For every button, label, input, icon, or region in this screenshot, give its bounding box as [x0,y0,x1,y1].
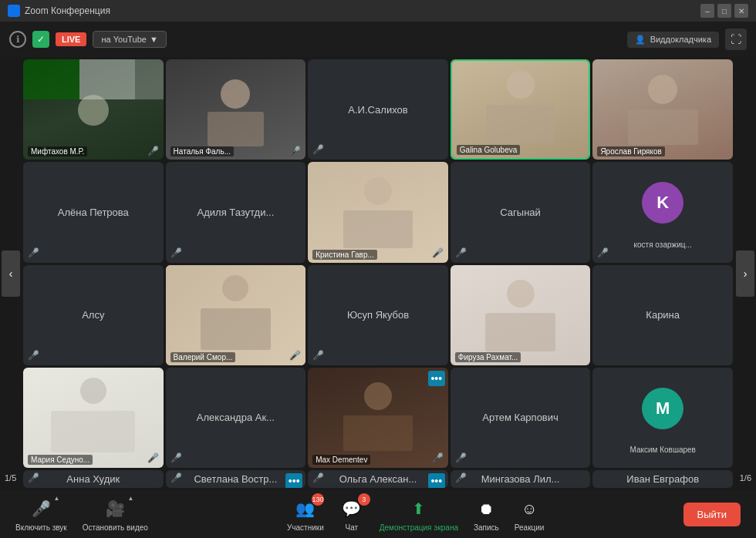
options-menu-button[interactable]: ••• [285,473,302,488]
participant-name: Адиля Тазутди... [194,203,278,221]
mute-icon: 🎤 [28,247,39,258]
participant-cell: А.И.Салихов 🎤 [308,59,448,160]
mute-icon: 🎤 [147,452,159,463]
shield-icon: ✓ [32,31,49,48]
maximize-button[interactable]: □ [717,4,731,18]
participant-name: А.И.Салихов [345,101,410,119]
mute-icon: 🎤 [455,452,467,463]
fullscreen-button[interactable]: ⛶ [725,29,747,50]
participant-name: Мария Седуно... [28,455,93,465]
participant-cell: Юсуп Якубов 🎤 [308,265,448,365]
chevron-up-icon: ▲ [53,495,59,502]
info-icon[interactable]: ℹ [9,31,26,48]
participant-cell: Адиля Тазутди... 🎤 [166,162,306,262]
prev-page-arrow[interactable]: ‹ [2,251,20,297]
exit-button[interactable]: Выйти [683,503,741,526]
participant-cell: Анна Худик 🎤 [23,470,164,488]
mute-button[interactable]: 🎤 ▲ Включить звук [15,496,67,532]
participant-name: Максим Ковшарев [592,446,733,454]
video-button[interactable]: 🎥 ▲ Остановить видео [83,496,148,532]
participant-name: Сагынай [497,203,544,221]
options-menu-button[interactable]: ••• [428,473,445,488]
chat-badge: 3 [358,493,370,506]
reactions-button[interactable]: ☺ Реакции [515,496,545,532]
reactions-label: Реакции [515,523,545,532]
chat-icon: 💬 3 [339,496,364,521]
participant-cell: Артем Карпович 🎤 [451,368,591,468]
mute-icon: 🎤 [170,472,182,483]
participant-name: Анна Худик [63,470,123,488]
participant-name: Алсу [79,306,107,324]
participant-cell: M Максим Ковшарев [592,368,733,468]
participant-cell: Мингазова Лил... 🎤 [451,470,591,488]
participants-icon: 👥 130 [293,496,318,521]
mute-label: Включить звук [15,523,67,532]
participant-cell: Мифтахов М.Р. 🎤 [23,59,164,160]
participant-cell: Мария Седуно... 🎤 [23,368,164,468]
mute-icon: 🎤 [432,452,444,463]
participant-name: Александра Ак... [194,409,278,426]
video-icon: 🎥 ▲ [103,496,127,521]
minimize-button[interactable]: – [700,4,714,18]
share-screen-label: Демонстрация экрана [380,523,458,532]
record-button[interactable]: ⏺ Запись [474,496,499,532]
next-page-arrow[interactable]: › [736,251,754,297]
live-badge: LIVE [56,32,86,46]
chat-label: Чат [345,523,358,532]
participant-name: Мифтахов М.Р. [28,146,87,156]
participant-name: Иван Евграфов [623,470,702,488]
chevron-down-icon: ▼ [150,35,158,44]
mute-icon: 🎤 [312,472,324,483]
participant-avatar: K [642,182,683,224]
participants-label: Участники [287,523,324,532]
participant-cell: ••• Светлана Востр... 🎤 [166,470,306,488]
video-grid: Мифтахов М.Р. 🎤 Наталья Фаль... 🎤 А.И.Са… [0,57,756,490]
mute-icon: 🎤 [312,350,324,361]
title-bar: Zoom Конференция – □ ✕ [0,0,756,22]
participant-name: костя озаржиц... [592,240,733,249]
reactions-icon: ☺ [517,496,542,521]
participant-cell: Валерий Смор... 🎤 [166,265,306,365]
window-controls[interactable]: – □ ✕ [700,4,748,18]
mute-icon: 🎤 [28,472,39,483]
right-page-indicator: 1/6 [740,473,751,483]
main-area: ‹ › Мифтахов М.Р. 🎤 Наталья Фаль... [0,57,756,490]
participants-button[interactable]: 👥 130 Участники [287,496,324,532]
mute-icon: 🎤 [170,247,182,258]
participant-name: Ярослав Гиряков [597,146,665,156]
youtube-button[interactable]: на YouTube ▼ [93,31,166,48]
participant-name: Юсуп Якубов [344,306,412,324]
participant-cell: Алсу 🎤 [23,265,164,365]
app-icon [8,5,20,17]
mute-icon: 🎤 [147,146,159,156]
participant-name: Светлана Востр... [191,470,280,488]
record-icon: ⏺ [474,496,498,521]
mute-icon: 🎤 [312,144,324,155]
participant-name: Валерий Смор... [170,352,236,362]
record-label: Запись [474,523,499,532]
share-screen-icon: ⬆ [407,496,431,521]
participant-cell: Наталья Фаль... 🎤 [166,59,306,160]
youtube-label: на YouTube [101,35,146,44]
participants-count-badge: 130 [312,493,324,506]
toolbar-left: 🎤 ▲ Включить звук 🎥 ▲ Остановить видео [15,496,148,532]
view-label: Виддокладчика [650,35,711,44]
chat-button[interactable]: 💬 3 Чат [339,496,364,532]
participant-cell: Алёна Петрова 🎤 [23,162,164,262]
participant-name: Max Dementev [312,455,370,465]
mute-icon: 🎤 [170,452,182,463]
participant-cell: Сагынай 🎤 [451,162,591,262]
mute-icon: 🎤 [289,146,301,156]
share-screen-button[interactable]: ⬆ Демонстрация экрана [380,496,458,532]
view-icon: 👤 [635,35,646,45]
close-button[interactable]: ✕ [734,4,748,18]
participant-cell: ••• Max Dementev 🎤 [308,368,448,468]
participant-cell: Кристина Гавр... 🎤 [308,162,448,262]
participant-cell: K 🎤 костя озаржиц... [592,162,733,262]
view-mode-button[interactable]: 👤 Виддокладчика [627,32,719,48]
chevron-up-icon: ▲ [127,495,133,502]
participant-cell: Galina Golubeva [451,59,591,160]
options-menu-button[interactable]: ••• [428,371,445,386]
participant-name: Наталья Фаль... [170,146,234,156]
toolbar: 🎤 ▲ Включить звук 🎥 ▲ Остановить видео 👥… [0,490,756,538]
